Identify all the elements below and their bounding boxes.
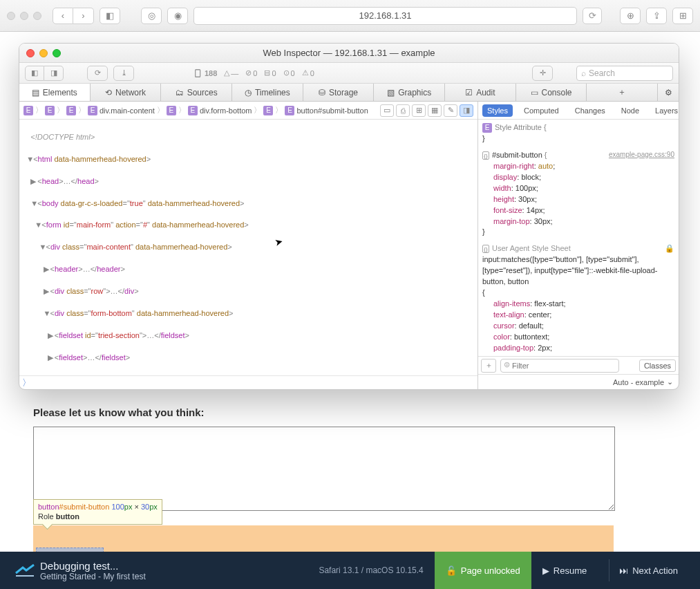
share-button[interactable]: ⇪ [646,8,667,24]
testcafe-logo [10,561,40,579]
testcafe-debug-bar: Debugging test... Getting Started - My f… [0,552,700,589]
tab-elements[interactable]: ▤ Elements [19,84,91,101]
crumb-3[interactable]: Ediv.main-content〉 [88,105,164,115]
debug-env: Safari 13.1 / macOS 10.15.4 [319,565,423,575]
resources-count: 188 [193,68,217,78]
debug-subtitle: Getting Started - My first test [40,572,319,581]
shield-button[interactable]: ◎ [141,8,162,24]
print-icon[interactable]: ⎙ [396,104,410,117]
crumb-6[interactable]: E〉 [263,105,283,115]
dock-left-button[interactable]: ◧ [25,66,44,81]
back-button[interactable]: ‹ [53,8,73,24]
dom-tree[interactable]: <!DOCTYPE html> ▼<html data-hammerhead-h… [19,120,477,375]
styles-tabs: Styles Computed Changes Node Layers [478,102,679,120]
inspector-toolbar: ◧ ◨ ⟳ ⤓ 188 △— ⊘0 ⊟0 ⊙0 ⚠0 ✛ ⌕ Search [19,63,679,84]
edit-icon[interactable]: ✎ [444,104,457,117]
add-rule-button[interactable]: ＋ [481,359,496,373]
styles-tab-node[interactable]: Node [616,104,644,117]
download-button[interactable]: ⤓ [113,66,134,81]
feedback-textarea[interactable] [33,427,615,511]
layout-icon[interactable]: ⊞ [412,104,426,117]
styles-footer: ＋ Classes [478,356,679,374]
element-highlight [33,525,614,552]
grid-icon[interactable]: ▦ [428,104,442,117]
styles-tab-computed[interactable]: Computed [519,104,564,117]
inspector-traffic-lights [26,49,61,57]
crosshair-button[interactable]: ✛ [532,66,553,81]
toggle-1[interactable]: ▭ [380,104,394,117]
feedback-heading: Please let us know what you think: [33,406,615,418]
auto-footer[interactable]: Auto - example ⌄ [478,374,679,389]
crumb-4[interactable]: E〉 [167,105,186,115]
next-action-button[interactable]: ⏭Next Action [619,565,678,576]
tab-console[interactable]: ▭ Console [516,84,587,101]
tab-audit[interactable]: ☑ Audit [445,84,516,101]
lock-icon: 🔒 [665,243,674,254]
inspector-tooltip: button#submit-button 100px × 30px Role b… [33,499,162,525]
sidebar-button[interactable]: ◧ [100,8,120,24]
skip-icon: ⏭ [619,565,628,576]
safari-traffic-lights [7,12,41,20]
crumb-1[interactable]: E〉 [45,105,64,115]
reload-button[interactable]: ⟳ [583,8,602,24]
styles-tab-layers[interactable]: Layers [650,104,679,117]
page-unlocked-button[interactable]: 🔓Page unlocked [435,552,531,589]
zoom-icon[interactable] [53,49,61,57]
tab-storage[interactable]: ⛁ Storage [303,84,375,101]
refresh-button[interactable]: ⟳ [87,66,108,81]
crumb-7[interactable]: Ebutton#submit-button [285,106,368,115]
crumb-root[interactable]: E〉 [23,105,43,115]
crumb-5[interactable]: Ediv.form-bottom〉 [188,105,262,115]
privacy-button[interactable]: ◉ [167,8,188,24]
tabs-button[interactable]: ⊞ [672,8,693,24]
styles-tab-styles[interactable]: Styles [482,104,513,117]
debug-title: Debugging test... [40,560,319,572]
url-text: 192.168.1.31 [359,10,412,21]
inspector-titlebar: Web Inspector — 192.168.1.31 — example [19,44,679,63]
web-inspector-window: Web Inspector — 192.168.1.31 — example ◧… [19,43,679,390]
tab-settings[interactable]: ⚙ [658,84,679,101]
play-icon: ▶ [542,565,549,576]
dock-bottom-button[interactable]: ◨ [44,66,64,81]
inspector-tabstrip: ▤ Elements ⟲ Network 🗂 Sources ◷ Timelin… [19,84,679,102]
safari-toolbar: ‹ › ◧ ◎ ◉ 192.168.1.31 ⟳ ⊕ ⇪ ⊞ [0,0,700,32]
dom-breadcrumb: E〉 E〉 E〉 Ediv.main-content〉 E〉 Ediv.form… [19,102,477,120]
minimize-icon[interactable] [39,49,48,57]
download-button[interactable]: ⊕ [620,8,641,24]
crumb-2[interactable]: E〉 [66,105,86,115]
close-icon[interactable] [26,49,35,57]
tab-network[interactable]: ⟲ Network [91,84,162,101]
tab-sources[interactable]: 🗂 Sources [161,84,232,101]
styles-tab-changes[interactable]: Changes [570,104,610,117]
nav-group: ‹ › [53,8,94,24]
page-content: Please let us know what you think: [33,406,615,513]
styles-list[interactable]: EStyle Attribute { } {}#submit-button {e… [478,120,679,356]
details-toggle[interactable]: ◨ [460,104,473,117]
unlock-icon: 🔓 [446,565,457,576]
chevron-down-icon: ⌄ [667,377,673,386]
forward-button[interactable]: › [73,8,94,24]
svg-rect-0 [196,69,200,77]
url-bar[interactable]: 192.168.1.31 [193,7,577,25]
classes-button[interactable]: Classes [639,359,676,372]
inspector-search[interactable]: ⌕ Search [576,66,673,81]
tab-graphics[interactable]: ▧ Graphics [374,84,445,101]
inspector-title: Web Inspector — 192.168.1.31 — example [263,48,435,58]
console-prompt[interactable]: 〉 [19,375,477,389]
search-icon: ⌕ [581,68,586,78]
styles-filter-input[interactable] [500,359,619,373]
resume-button[interactable]: ▶Resume [542,565,587,576]
tab-timelines[interactable]: ◷ Timelines [232,84,303,101]
inspector-stats: 188 △— ⊘0 ⊟0 ⊙0 ⚠0 [193,68,314,78]
tab-add[interactable]: ＋ [587,84,658,101]
